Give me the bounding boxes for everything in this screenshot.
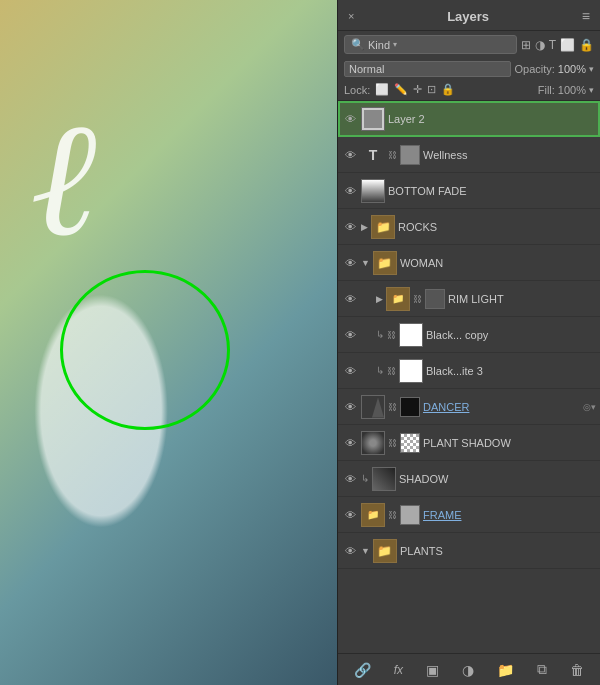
chain-icon: ⛓ [388, 510, 397, 520]
canvas-script-text: ℓ [30, 100, 97, 260]
lock-position-icon[interactable]: ✛ [413, 83, 422, 96]
selection-circle [60, 270, 230, 430]
layer-thumbnail: 📁 [373, 251, 397, 275]
new-layer-icon[interactable]: ⧉ [533, 659, 551, 680]
link-layers-icon[interactable]: 🔗 [350, 660, 375, 680]
kind-label: Kind [368, 39, 390, 51]
fx-icon[interactable]: fx [390, 661, 407, 679]
collapse-arrow-icon[interactable]: ▶ [361, 222, 368, 232]
layer-name: DANCER [423, 401, 580, 413]
effect-icon[interactable]: ◎▾ [583, 402, 596, 412]
search-icon: 🔍 [351, 38, 365, 51]
fill-chevron[interactable]: ▾ [589, 85, 594, 95]
layers-list: 👁 Layer 2 👁 T ⛓ Wellness 👁 BOTTOM FADE 👁… [338, 101, 600, 653]
layer-row[interactable]: 👁 ▼ 📁 WOMAN [338, 245, 600, 281]
lock-all-icon[interactable]: 🔒 [441, 83, 455, 96]
chain-icon: ⛓ [388, 438, 397, 448]
layer-thumbnail [399, 323, 423, 347]
chain-icon: ⛓ [388, 402, 397, 412]
layer-thumbnail-mask [400, 397, 420, 417]
adjustment-layer-icon[interactable]: ◑ [458, 660, 478, 680]
fill-value[interactable]: 100% [558, 84, 586, 96]
layer-name: Wellness [423, 149, 596, 161]
layer-thumbnail-mask [400, 145, 420, 165]
layer-thumbnail: 📁 [386, 287, 410, 311]
panel-title: Layers [447, 9, 489, 24]
layer-row[interactable]: 👁 ⛓ DANCER ◎▾ [338, 389, 600, 425]
layer-thumbnail: 📁 [373, 539, 397, 563]
add-mask-icon[interactable]: ▣ [422, 660, 443, 680]
layer-thumbnail [361, 395, 385, 419]
lock-row: Lock: ⬜ ✏️ ✛ ⊡ 🔒 Fill: 100% ▾ [338, 80, 600, 101]
layer-row[interactable]: 👁 BOTTOM FADE [338, 173, 600, 209]
eye-icon[interactable]: 👁 [342, 255, 358, 271]
indent-arrow-icon: ↳ [376, 329, 384, 340]
indent-arrow-icon: ↳ [376, 365, 384, 376]
filter-icons: ⊞ ◑ T ⬜ 🔒 [521, 38, 594, 52]
filter-icon-text[interactable]: T [549, 38, 556, 52]
smart-icon: ⛓ [388, 150, 397, 160]
layer-row[interactable]: 👁 Layer 2 [338, 101, 600, 137]
layer-name: ROCKS [398, 221, 596, 233]
eye-icon[interactable]: 👁 [342, 507, 358, 523]
layer-row[interactable]: 👁 ↳ ⛓ Black... copy [338, 317, 600, 353]
eye-icon[interactable]: 👁 [342, 183, 358, 199]
opacity-chevron[interactable]: ▾ [589, 64, 594, 74]
panel-header: × Layers ≡ [338, 0, 600, 31]
layers-panel: × Layers ≡ 🔍 Kind ▾ ⊞ ◑ T ⬜ 🔒 Normal Opa… [337, 0, 600, 685]
eye-icon[interactable]: 👁 [342, 327, 358, 343]
layer-thumbnail: 📁 [361, 503, 385, 527]
opacity-row: Opacity: 100% ▾ [515, 63, 595, 75]
opacity-value[interactable]: 100% [558, 63, 586, 75]
collapse-arrow-icon[interactable]: ▶ [376, 294, 383, 304]
layer-thumbnail-mask [425, 289, 445, 309]
layer-row[interactable]: 👁 ▶ 📁 ⛓ RIM LIGHT [338, 281, 600, 317]
filter-icon-shape[interactable]: ⬜ [560, 38, 575, 52]
search-bar: 🔍 Kind ▾ ⊞ ◑ T ⬜ 🔒 [338, 31, 600, 58]
eye-icon[interactable]: 👁 [342, 363, 358, 379]
eye-icon[interactable]: 👁 [342, 471, 358, 487]
layer-name: WOMAN [400, 257, 596, 269]
indent-arrow-icon: ↳ [361, 473, 369, 484]
lock-label: Lock: [344, 84, 370, 96]
layer-row[interactable]: 👁 ⛓ PLANT SHADOW [338, 425, 600, 461]
filter-icon-smart[interactable]: 🔒 [579, 38, 594, 52]
layer-row[interactable]: 👁 📁 ⛓ FRAME [338, 497, 600, 533]
layer-row[interactable]: 👁 ▼ 📁 PLANTS [338, 533, 600, 569]
layer-row[interactable]: 👁 ↳ ⛓ Black...ite 3 [338, 353, 600, 389]
layer-thumbnail [361, 179, 385, 203]
panel-menu-icon[interactable]: ≡ [582, 8, 590, 24]
layer-row[interactable]: 👁 ▶ 📁 ROCKS [338, 209, 600, 245]
layer-thumbnail: T [361, 143, 385, 167]
layer-name: PLANTS [400, 545, 596, 557]
layer-thumbnail [372, 467, 396, 491]
new-group-icon[interactable]: 📁 [493, 660, 518, 680]
layer-name: Layer 2 [388, 113, 596, 125]
collapse-arrow-icon[interactable]: ▼ [361, 546, 370, 556]
layer-row[interactable]: 👁 T ⛓ Wellness [338, 137, 600, 173]
eye-icon[interactable]: 👁 [342, 291, 358, 307]
close-icon[interactable]: × [348, 10, 354, 22]
eye-icon[interactable]: 👁 [342, 543, 358, 559]
chain-icon: ⛓ [387, 330, 396, 340]
opacity-label: Opacity: [515, 63, 555, 75]
eye-icon[interactable]: 👁 [342, 399, 358, 415]
collapse-arrow-icon[interactable]: ▼ [361, 258, 370, 268]
kind-dropdown[interactable]: 🔍 Kind ▾ [344, 35, 517, 54]
layer-name: Black...ite 3 [426, 365, 596, 377]
layer-row[interactable]: 👁 ↳ SHADOW [338, 461, 600, 497]
eye-icon[interactable]: 👁 [342, 435, 358, 451]
fill-row: Fill: 100% ▾ [538, 84, 594, 96]
eye-icon[interactable]: 👁 [342, 147, 358, 163]
canvas-area: ℓ [0, 0, 337, 685]
lock-paint-icon[interactable]: ✏️ [394, 83, 408, 96]
lock-artboard-icon[interactable]: ⊡ [427, 83, 436, 96]
delete-layer-icon[interactable]: 🗑 [566, 660, 588, 680]
eye-icon[interactable]: 👁 [342, 111, 358, 127]
filter-icon-pixel[interactable]: ⊞ [521, 38, 531, 52]
layer-thumbnail-mask [400, 433, 420, 453]
lock-transparency-icon[interactable]: ⬜ [375, 83, 389, 96]
blend-mode-select[interactable]: Normal [344, 61, 511, 77]
eye-icon[interactable]: 👁 [342, 219, 358, 235]
filter-icon-adjust[interactable]: ◑ [535, 38, 545, 52]
